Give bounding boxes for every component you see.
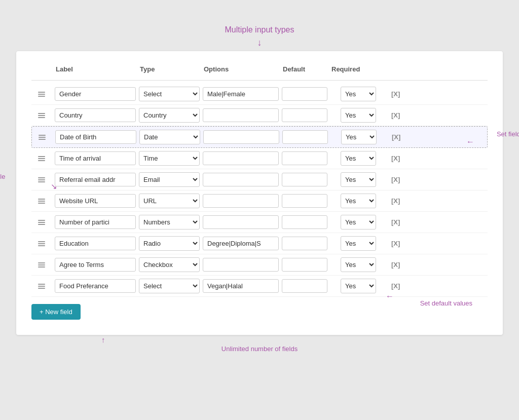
table-row: SelectTextTextareaRadioCheckboxDateTimeE… [31, 254, 488, 276]
table-row: SelectTextTextareaRadioCheckboxDateTimeE… [31, 233, 488, 254]
delete-button[interactable]: [X] [389, 217, 402, 227]
delete-button[interactable]: [X] [389, 239, 402, 248]
type-select[interactable]: SelectTextTextareaRadioCheckboxDateTimeE… [139, 108, 200, 123]
drag-handle[interactable] [32, 135, 52, 140]
label-input[interactable] [55, 87, 136, 101]
required-select[interactable]: YesNo [341, 279, 376, 293]
delete-button[interactable]: [X] [389, 110, 402, 120]
delete-button[interactable]: [X] [389, 175, 402, 184]
title-annotation: Multiple input types [16, 25, 503, 34]
delete-button[interactable]: [X] [389, 196, 402, 206]
required-cell: YesNo [331, 130, 387, 144]
delete-button[interactable]: [X] [389, 154, 402, 163]
header-type: Type [139, 63, 200, 75]
options-input[interactable] [203, 108, 279, 122]
delete-button[interactable]: [X] [389, 89, 402, 99]
required-cell: YesNo [330, 236, 386, 251]
options-input[interactable] [203, 194, 279, 208]
options-input[interactable] [203, 87, 279, 101]
unlimited-annotation: Unlimited number of fields [221, 345, 298, 353]
default-input[interactable] [282, 87, 327, 101]
required-cell: YesNo [330, 194, 386, 208]
label-input[interactable] [55, 151, 136, 165]
required-select[interactable]: YesNo [341, 215, 376, 230]
delete-button[interactable]: [X] [389, 281, 402, 291]
drag-handle[interactable] [31, 156, 52, 161]
delete-button[interactable]: [X] [389, 260, 402, 270]
default-input[interactable] [282, 151, 327, 165]
drag-handle[interactable] [31, 284, 52, 289]
default-input[interactable] [282, 258, 327, 272]
required-select[interactable]: YesNo [341, 130, 377, 144]
options-input[interactable] [203, 258, 279, 272]
type-cell: SelectTextTextareaRadioCheckboxDateTimeE… [139, 257, 200, 272]
required-cell: YesNo [330, 87, 386, 101]
label-cell [55, 215, 136, 229]
required-select[interactable]: YesNo [341, 151, 376, 166]
drag-handle[interactable] [31, 241, 52, 246]
required-select[interactable]: YesNo [341, 236, 376, 251]
options-input[interactable] [203, 237, 279, 250]
label-input[interactable] [55, 130, 136, 144]
label-input[interactable] [55, 258, 136, 272]
required-select[interactable]: YesNo [341, 194, 376, 208]
drag-handle[interactable] [31, 262, 52, 268]
drag-handle[interactable] [31, 113, 52, 118]
delete-button[interactable]: [X] [390, 132, 402, 142]
type-select[interactable]: SelectTextTextareaRadioCheckboxDateTimeE… [139, 279, 200, 293]
label-cell [55, 108, 136, 122]
default-input[interactable] [282, 130, 328, 144]
default-input[interactable] [282, 194, 327, 208]
type-select[interactable]: SelectTextTextareaRadioCheckboxDateTimeE… [139, 172, 200, 187]
type-select[interactable]: SelectTextTextareaRadioCheckboxDateTimeE… [139, 151, 200, 166]
label-cell [55, 279, 136, 293]
drag-handle[interactable] [31, 177, 52, 182]
sortable-annotation: Sortable [0, 173, 5, 180]
type-select[interactable]: SelectTextTextareaRadioCheckboxDateTimeE… [139, 130, 200, 144]
type-cell: SelectTextTextareaRadioCheckboxDateTimeE… [139, 172, 200, 187]
label-input[interactable] [55, 173, 136, 186]
new-field-button[interactable]: + New field [31, 304, 81, 320]
type-select[interactable]: SelectTextTextareaRadioCheckboxDateTimeE… [139, 257, 200, 272]
default-input[interactable] [282, 279, 327, 293]
type-select[interactable]: SelectTextTextareaRadioCheckboxDateTimeE… [139, 194, 200, 208]
unlimited-arrow-icon: ↑ [101, 335, 105, 344]
default-cell [282, 258, 327, 272]
options-input[interactable] [203, 130, 279, 144]
required-select[interactable]: YesNo [341, 87, 376, 101]
options-input[interactable] [203, 151, 279, 165]
label-input[interactable] [55, 194, 136, 208]
options-input[interactable] [203, 279, 279, 293]
default-cell [282, 108, 327, 122]
rows-container: SelectTextTextareaRadioCheckboxDateTimeE… [31, 84, 488, 297]
label-input[interactable] [55, 215, 136, 229]
delete-cell: [X] [389, 110, 415, 120]
default-cell [282, 87, 327, 101]
type-cell: SelectTextTextareaRadioCheckboxDateTimeE… [139, 108, 200, 123]
options-input[interactable] [203, 173, 279, 186]
default-input[interactable] [282, 237, 327, 250]
label-cell [55, 194, 136, 208]
type-select[interactable]: SelectTextTextareaRadioCheckboxDateTimeE… [139, 236, 200, 251]
required-select[interactable]: YesNo [341, 172, 376, 187]
label-cell [55, 173, 136, 186]
required-cell: YesNo [330, 257, 386, 272]
type-cell: SelectTextTextareaRadioCheckboxDateTimeE… [139, 87, 200, 101]
default-cell [282, 173, 327, 186]
label-input[interactable] [55, 237, 136, 250]
required-select[interactable]: YesNo [341, 108, 376, 123]
drag-handle[interactable] [31, 199, 52, 204]
type-select[interactable]: SelectTextTextareaRadioCheckboxDateTimeE… [139, 87, 200, 101]
label-input[interactable] [55, 279, 136, 293]
default-input[interactable] [282, 108, 327, 122]
options-input[interactable] [203, 215, 279, 229]
delete-cell: [X] [389, 217, 415, 227]
required-select[interactable]: YesNo [341, 257, 376, 272]
label-input[interactable] [55, 108, 136, 122]
type-select[interactable]: SelectTextTextareaRadioCheckboxDateTimeE… [139, 215, 200, 230]
default-input[interactable] [282, 215, 327, 229]
drag-handle[interactable] [31, 220, 52, 225]
header-label: Label [55, 63, 136, 75]
drag-handle[interactable] [31, 92, 52, 97]
default-input[interactable] [282, 173, 327, 186]
